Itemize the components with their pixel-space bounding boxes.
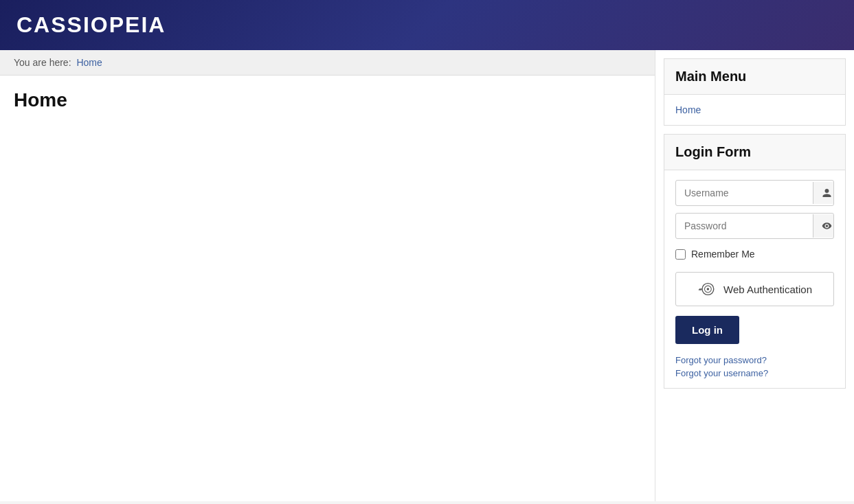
- sidebar-item-home[interactable]: Home: [675, 104, 834, 115]
- remember-me-row: Remember Me: [675, 246, 834, 262]
- forgot-password-link[interactable]: Forgot your password?: [675, 355, 834, 365]
- forgot-username-link[interactable]: Forgot your username?: [675, 368, 834, 378]
- login-form-section: Login Form: [664, 134, 846, 389]
- password-wrapper: [675, 213, 834, 239]
- svg-point-2: [707, 288, 710, 290]
- login-button[interactable]: Log in: [675, 316, 739, 344]
- web-auth-label: Web Authentication: [723, 284, 812, 295]
- breadcrumb-label: You are here:: [14, 57, 71, 68]
- forgot-links: Forgot your password? Forgot your userna…: [675, 355, 834, 378]
- remember-me-checkbox[interactable]: [675, 249, 686, 260]
- username-wrapper: [675, 180, 834, 206]
- web-auth-icon: [697, 279, 717, 299]
- main-wrapper: You are here: Home Home Main Menu Home L…: [0, 50, 854, 501]
- login-form-body: Remember Me: [664, 170, 845, 388]
- site-header: CASSIOPEIA: [0, 0, 854, 50]
- main-menu-heading: Main Menu: [664, 59, 845, 95]
- remember-me-label[interactable]: Remember Me: [691, 249, 755, 260]
- show-password-icon[interactable]: [813, 214, 834, 238]
- page-content: Home: [0, 76, 655, 501]
- main-menu-section: Main Menu Home: [664, 58, 846, 126]
- web-auth-button[interactable]: Web Authentication: [675, 272, 834, 306]
- username-input[interactable]: [676, 181, 813, 205]
- breadcrumb-bar: You are here: Home: [0, 50, 655, 76]
- main-menu-body: Home: [664, 95, 845, 125]
- content-area: You are here: Home Home: [0, 50, 655, 501]
- user-icon: [813, 182, 834, 204]
- page-title: Home: [14, 89, 641, 111]
- login-form-heading: Login Form: [664, 135, 845, 170]
- site-title: CASSIOPEIA: [16, 12, 166, 38]
- sidebar: Main Menu Home Login Form: [655, 50, 854, 501]
- breadcrumb-home-link[interactable]: Home: [76, 57, 102, 68]
- password-input[interactable]: [676, 214, 813, 238]
- login-form: Remember Me: [675, 180, 834, 378]
